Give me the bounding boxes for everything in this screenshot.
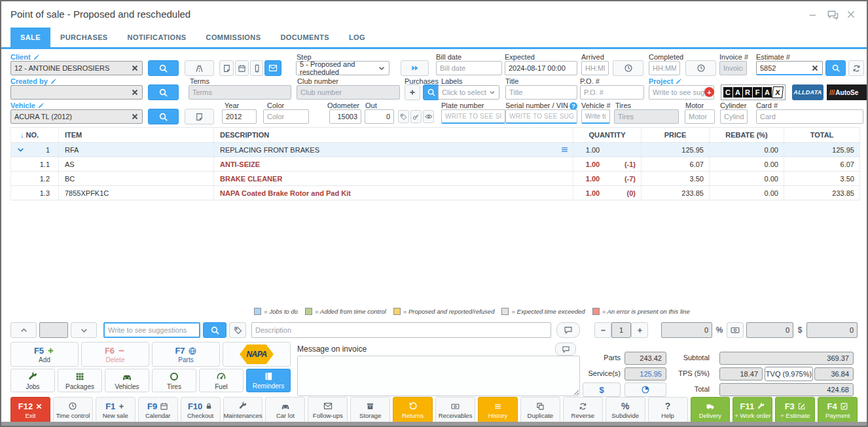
step-select[interactable]: 5 - Proposed and rescheduled bbox=[296, 61, 389, 75]
clear-icon[interactable] bbox=[131, 64, 139, 72]
fuel-button[interactable]: Fuel bbox=[199, 369, 244, 392]
time-control-button[interactable]: Time control bbox=[53, 397, 93, 423]
table-row[interactable]: 1.2 BC BRAKE CLEANER 1.00(-7) 3.50 0.00 … bbox=[10, 172, 860, 186]
position-input[interactable] bbox=[39, 322, 68, 338]
serial-vin-input[interactable] bbox=[505, 109, 577, 124]
item-search-button[interactable] bbox=[203, 322, 226, 338]
returns-button[interactable]: Returns bbox=[393, 397, 433, 423]
clear-icon[interactable] bbox=[131, 113, 139, 121]
move-down-button[interactable] bbox=[71, 322, 97, 338]
step-advance-button[interactable] bbox=[401, 60, 429, 76]
tires-button[interactable]: Tires bbox=[152, 369, 196, 392]
clear-icon[interactable] bbox=[131, 88, 139, 96]
storage-button[interactable]: Storage bbox=[350, 397, 390, 423]
history-button[interactable]: History bbox=[478, 397, 518, 423]
client-email-button[interactable] bbox=[264, 60, 281, 76]
purchases-search-button[interactable] bbox=[423, 84, 439, 100]
comment-button[interactable] bbox=[556, 322, 580, 338]
delivery-button[interactable]: Delivery bbox=[691, 397, 731, 423]
completed-clock-button[interactable] bbox=[685, 60, 716, 76]
reminders-button[interactable]: Reminders bbox=[246, 369, 291, 392]
help-button[interactable]: ?Help bbox=[648, 397, 688, 423]
tvq-value[interactable]: 36.84 bbox=[814, 367, 854, 381]
col-description[interactable]: DESCRIPTION bbox=[214, 128, 573, 142]
item-search-input[interactable] bbox=[103, 322, 200, 338]
arrived-input[interactable] bbox=[581, 61, 609, 75]
bill-date-input[interactable] bbox=[436, 61, 502, 75]
client-note-button[interactable] bbox=[219, 60, 234, 76]
rebate-amount-input[interactable] bbox=[746, 322, 793, 338]
description-input[interactable] bbox=[251, 322, 551, 338]
packages-button[interactable]: Packages bbox=[58, 369, 102, 392]
vehicle-input[interactable]: ACURA TL (2012) bbox=[10, 109, 143, 124]
year-input[interactable] bbox=[222, 109, 257, 124]
client-input[interactable]: 12 - ANTOINE DESROSIERS bbox=[10, 61, 143, 75]
project-label[interactable]: Project bbox=[649, 77, 682, 85]
vehicle-number-input[interactable] bbox=[581, 109, 610, 124]
estimate-search-button[interactable] bbox=[825, 60, 846, 76]
f11-work-order-button[interactable]: F11+ Work order bbox=[732, 397, 772, 423]
invoice-message-textarea[interactable] bbox=[297, 356, 580, 396]
odometer-input[interactable] bbox=[329, 109, 361, 124]
vehicle-key-button[interactable] bbox=[410, 110, 422, 123]
cylinder-input[interactable] bbox=[720, 109, 748, 124]
autoserve-logo-button[interactable]: ///AutoSe bbox=[827, 84, 867, 100]
completed-input[interactable] bbox=[649, 61, 680, 75]
tab-documents[interactable]: DOCUMENTS bbox=[270, 28, 339, 47]
arrived-clock-button[interactable] bbox=[613, 60, 643, 76]
follow-ups-button[interactable]: Follow-ups bbox=[308, 397, 348, 423]
col-rebate[interactable]: REBATE (%) bbox=[710, 128, 784, 142]
title-input[interactable] bbox=[505, 85, 577, 100]
client-phone-button[interactable] bbox=[250, 60, 263, 76]
tab-log[interactable]: LOG bbox=[339, 28, 375, 47]
receivables-button[interactable]: Receivables bbox=[435, 397, 475, 423]
f4-payment-button[interactable]: F4Payment bbox=[818, 397, 858, 423]
duplicate-button[interactable]: Duplicate bbox=[520, 397, 560, 423]
tab-commissions[interactable]: COMMISSIONS bbox=[196, 28, 271, 47]
minimize-button[interactable] bbox=[808, 9, 818, 20]
jobs-button[interactable]: Jobs bbox=[10, 369, 55, 392]
f12-exit-button[interactable]: F12Exit bbox=[10, 397, 50, 423]
tab-purchases[interactable]: PURCHASES bbox=[50, 28, 118, 47]
labels-select[interactable]: Click to select bbox=[438, 85, 499, 100]
motor-input[interactable] bbox=[685, 109, 715, 124]
client-search-button[interactable] bbox=[148, 60, 179, 76]
purchases-add-button[interactable] bbox=[405, 84, 420, 100]
vehicle-search-button[interactable] bbox=[148, 109, 179, 124]
client-label[interactable]: Client bbox=[10, 53, 40, 61]
col-no[interactable]: ↓NO. bbox=[10, 128, 59, 142]
vehicle-label[interactable]: Vehicle bbox=[10, 102, 45, 109]
quantity-increase-button[interactable] bbox=[631, 322, 648, 338]
created-by-search-button[interactable] bbox=[148, 84, 179, 100]
col-quantity[interactable]: QUANTITY bbox=[573, 128, 642, 142]
expected-input[interactable] bbox=[505, 61, 577, 75]
f5-add-button[interactable]: F5 Add bbox=[10, 342, 79, 367]
maintenances-button[interactable]: Maintenances bbox=[223, 397, 263, 423]
col-total[interactable]: TOTAL bbox=[784, 128, 860, 142]
move-up-button[interactable] bbox=[10, 322, 37, 338]
close-button[interactable] bbox=[846, 9, 856, 20]
f9-calendar-button[interactable]: F9Calendar bbox=[138, 397, 178, 423]
tab-sale[interactable]: SALE bbox=[10, 28, 50, 47]
estimate-refresh-button[interactable] bbox=[848, 60, 864, 76]
client-calendar-button[interactable] bbox=[235, 60, 249, 76]
f10-checkout-button[interactable]: F10Checkout bbox=[181, 397, 221, 423]
carfax-logo-button[interactable]: CARFAX bbox=[721, 84, 786, 100]
expand-chevron-icon[interactable] bbox=[16, 145, 25, 154]
row-menu-icon[interactable] bbox=[560, 145, 569, 154]
table-row[interactable]: 1.3 7855XPFK1C NAPA Coated Brake Rotor a… bbox=[10, 186, 860, 200]
quantity-input[interactable] bbox=[611, 322, 631, 338]
chat-button[interactable] bbox=[827, 9, 839, 22]
col-price[interactable]: PRICE bbox=[642, 128, 710, 142]
tps-value[interactable]: 18.47 bbox=[719, 367, 763, 381]
f1-new-sale-button[interactable]: F1New sale bbox=[96, 397, 136, 423]
rebate-percent-input[interactable] bbox=[661, 322, 712, 338]
col-item[interactable]: ITEM bbox=[59, 128, 214, 142]
napa-button[interactable]: NAPA bbox=[223, 342, 291, 367]
client-directions-button[interactable] bbox=[185, 60, 214, 76]
alldata-logo-button[interactable]: ALLDATA bbox=[792, 84, 823, 100]
reverse-button[interactable]: Reverse bbox=[563, 397, 603, 423]
table-row[interactable]: 1 RFA REPLACING FRONT BRAKES 1.00 125.95… bbox=[10, 143, 860, 157]
car-lot-button[interactable]: Car lot bbox=[265, 397, 305, 423]
f7-parts-button[interactable]: F7 Parts bbox=[152, 342, 220, 367]
